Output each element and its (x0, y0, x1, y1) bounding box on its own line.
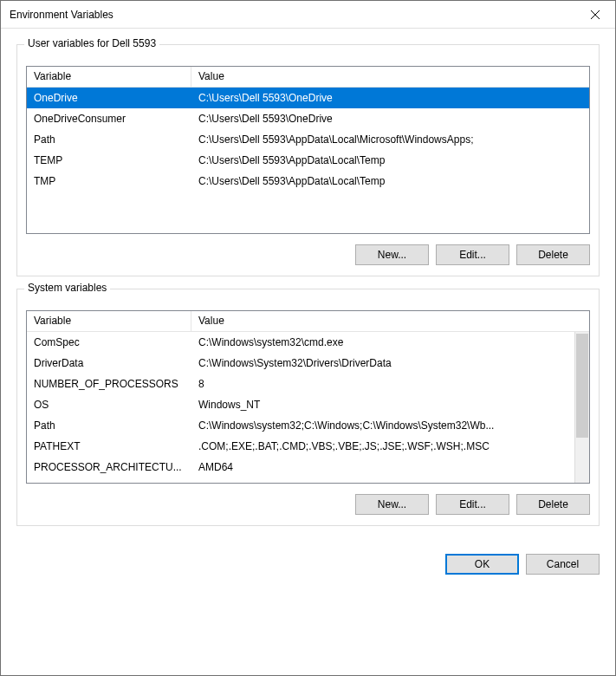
user-col-value[interactable]: Value (191, 67, 589, 87)
cell-value: C:\Users\Dell 5593\AppData\Local\Microso… (191, 133, 589, 146)
system-col-variable[interactable]: Variable (27, 311, 191, 331)
cell-variable: OneDriveConsumer (27, 113, 191, 125)
system-new-button[interactable]: New... (355, 494, 429, 515)
user-new-button[interactable]: New... (355, 244, 429, 265)
scrollbar-thumb[interactable] (576, 334, 588, 438)
cell-value: C:\Users\Dell 5593\OneDrive (191, 113, 589, 125)
cell-value: C:\Windows\system32;C:\Windows;C:\Window… (191, 419, 574, 432)
user-col-variable[interactable]: Variable (27, 67, 191, 87)
cell-value: AMD64 (191, 461, 574, 473)
system-delete-button[interactable]: Delete (516, 494, 590, 515)
table-row[interactable]: ComSpecC:\Windows\system32\cmd.exe (27, 332, 574, 353)
close-icon (591, 10, 600, 19)
table-row[interactable]: PathC:\Users\Dell 5593\AppData\Local\Mic… (27, 129, 589, 150)
system-edit-button[interactable]: Edit... (436, 494, 509, 515)
system-group-label: System variables (24, 282, 110, 294)
user-buttons: New... Edit... Delete (26, 244, 590, 265)
cell-value: C:\Users\Dell 5593\OneDrive (191, 92, 589, 104)
cell-variable: PROCESSOR_ARCHITECTU... (27, 461, 191, 473)
cell-value: Windows_NT (191, 399, 574, 411)
user-variables-group: User variables for Dell 5593 Variable Va… (16, 44, 600, 276)
cell-value: .COM;.EXE;.BAT;.CMD;.VBS;.VBE;.JS;.JSE;.… (191, 440, 574, 452)
user-edit-button[interactable]: Edit... (436, 244, 509, 265)
table-row[interactable]: PATHEXT.COM;.EXE;.BAT;.CMD;.VBS;.VBE;.JS… (27, 436, 574, 457)
user-variables-list[interactable]: Variable Value OneDriveC:\Users\Dell 559… (26, 66, 590, 234)
system-scrollbar[interactable] (574, 332, 589, 483)
cell-value: C:\Windows\system32\cmd.exe (191, 336, 574, 348)
user-group-label: User variables for Dell 5593 (24, 37, 159, 49)
cell-variable: PROCESSOR_IDENTIFIER (27, 478, 191, 483)
cancel-button[interactable]: Cancel (526, 554, 600, 575)
cell-value: C:\Users\Dell 5593\AppData\Local\Temp (191, 175, 589, 187)
titlebar: Environment Variables (1, 1, 615, 29)
dialog-content: User variables for Dell 5593 Variable Va… (1, 29, 615, 549)
cell-value: C:\Users\Dell 5593\AppData\Local\Temp (191, 154, 589, 166)
table-row[interactable]: NUMBER_OF_PROCESSORS8 (27, 374, 574, 394)
user-list-header: Variable Value (27, 67, 589, 88)
table-row[interactable]: TMPC:\Users\Dell 5593\AppData\Local\Temp (27, 171, 589, 192)
close-button[interactable] (575, 1, 615, 29)
cell-variable: Path (27, 133, 191, 146)
table-row-partial[interactable]: PROCESSOR_IDENTIFIERIntel64 Family 6 Mod… (27, 478, 574, 483)
system-col-value[interactable]: Value (191, 311, 589, 331)
cell-variable: OS (27, 399, 191, 411)
table-row[interactable]: PROCESSOR_ARCHITECTU...AMD64 (27, 457, 574, 478)
cell-variable: TMP (27, 175, 191, 187)
table-row[interactable]: DriverDataC:\Windows\System32\Drivers\Dr… (27, 353, 574, 374)
table-row[interactable]: TEMPC:\Users\Dell 5593\AppData\Local\Tem… (27, 150, 589, 171)
dialog-footer: OK Cancel (1, 549, 615, 585)
cell-value: 8 (191, 378, 574, 390)
cell-variable: NUMBER_OF_PROCESSORS (27, 378, 191, 390)
cell-variable: TEMP (27, 154, 191, 166)
user-list-body: OneDriveC:\Users\Dell 5593\OneDriveOneDr… (27, 88, 589, 233)
system-variables-list[interactable]: Variable Value ComSpecC:\Windows\system3… (26, 310, 590, 484)
system-buttons: New... Edit... Delete (26, 494, 590, 515)
cell-variable: OneDrive (27, 92, 191, 104)
table-row[interactable]: OneDriveC:\Users\Dell 5593\OneDrive (27, 88, 589, 108)
window-title: Environment Variables (10, 9, 113, 21)
table-row[interactable]: OneDriveConsumerC:\Users\Dell 5593\OneDr… (27, 108, 589, 129)
table-row[interactable]: PathC:\Windows\system32;C:\Windows;C:\Wi… (27, 415, 574, 436)
cell-value: Intel64 Family 6 Model 126 Stepping 5, G… (191, 478, 574, 483)
user-delete-button[interactable]: Delete (516, 244, 590, 265)
cell-variable: DriverData (27, 357, 191, 369)
cell-variable: Path (27, 419, 191, 432)
table-row[interactable]: OSWindows_NT (27, 394, 574, 415)
system-list-header: Variable Value (27, 311, 589, 332)
ok-button[interactable]: OK (445, 554, 519, 575)
cell-variable: PATHEXT (27, 440, 191, 452)
cell-value: C:\Windows\System32\Drivers\DriverData (191, 357, 574, 369)
system-list-body: ComSpecC:\Windows\system32\cmd.exeDriver… (27, 332, 589, 483)
cell-variable: ComSpec (27, 336, 191, 348)
system-variables-group: System variables Variable Value ComSpecC… (16, 289, 600, 526)
